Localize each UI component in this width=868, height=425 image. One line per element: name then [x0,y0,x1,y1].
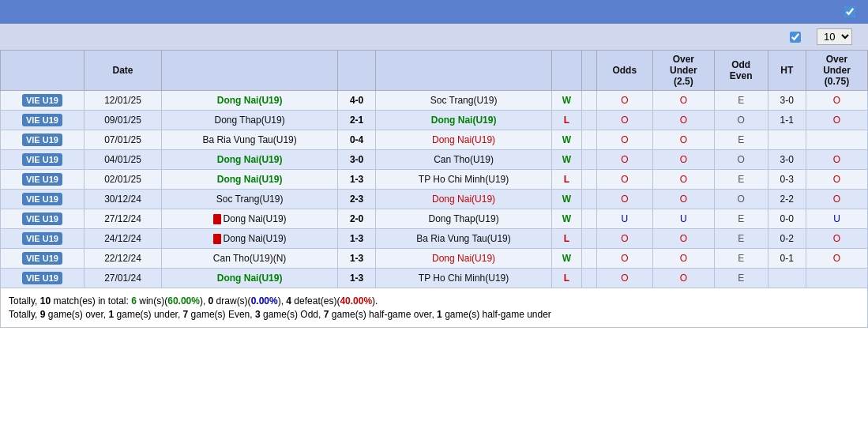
footer-line2: Totally, 9 game(s) over, 1 game(s) under… [9,309,859,320]
team2-name: Can Tho(U19) [434,154,494,165]
odd-even-val: E [738,233,744,244]
wl-badge: W [562,95,571,106]
odds-val: O [621,174,628,185]
score: 2-0 [350,213,363,224]
team1-cell: Dong Nai(U19) [162,269,338,288]
ou-main-val: O [680,253,687,264]
odd-even-val: E [738,95,744,106]
match-badge: VIE U19 [22,212,62,225]
ou-sub-val: U [833,213,840,224]
team2-name: Dong Thap(U19) [428,213,498,224]
wl-badge: W [562,194,571,205]
table-header-row: Date Odds OverUnder(2.5) OddEven HT Over… [1,51,868,91]
league-checkbox[interactable] [790,32,801,43]
ou-main-val: O [680,233,687,244]
score: 3-0 [350,154,363,165]
team2-cell: Can Tho(U19) [376,150,552,170]
team2-name: TP Ho Chi Minh(U19) [419,174,509,185]
score: 2-1 [350,115,363,126]
team1-name: Dong Nai(U19) [217,273,283,284]
score: 2-3 [350,194,363,205]
ou-main-val: O [680,154,687,165]
ou-sub-val: O [833,174,840,185]
wl-badge: L [564,233,569,244]
match-badge: VIE U19 [22,114,62,126]
ou-sub-val: O [833,194,840,205]
team2-cell: Ba Ria Vung Tau(U19) [376,229,552,249]
footer-line1: Totally, 10 match(es) in total: 6 win(s)… [9,295,859,307]
score: 0-4 [350,134,363,145]
team1-name: Dong Nai(U19) [224,233,287,244]
wl-badge: W [562,134,571,145]
match-badge-cell: VIE U19 [1,111,85,130]
odds-val: O [621,134,628,145]
header [0,0,868,24]
col-ou-sub: OverUnder(0.75) [806,51,867,91]
table-row: VIE U1924/12/24Dong Nai(U19)1-3Ba Ria Vu… [1,229,868,249]
match-badge-cell: VIE U19 [1,150,85,170]
hg-over-count: 7 [324,309,329,320]
col-handicap [581,51,596,91]
odd-even-val: E [738,253,744,264]
total-matches: 10 [40,295,51,307]
team1-name: Soc Trang(U19) [216,194,284,205]
ou-sub-val: O [833,115,840,126]
odd-even-val: E [738,134,744,145]
footer: Totally, 10 match(es) in total: 6 win(s)… [0,288,868,328]
match-badge-cell: VIE U19 [1,91,85,111]
display-notes-label[interactable] [844,6,859,17]
wins-pct: 60.00% [167,295,200,307]
header-right [844,6,859,17]
ou-main-val: O [680,194,687,205]
odds-val: U [621,213,628,224]
col-odd-even: OddEven [714,51,768,91]
match-badge: VIE U19 [22,193,62,205]
match-badge-cell: VIE U19 [1,249,85,269]
col-odds: Odds [596,51,652,91]
odd-count: 3 [255,309,261,320]
team2-cell: Dong Nai(U19) [376,111,552,130]
team1-cell: Dong Nai(U19) [162,209,338,229]
team1-cell: Dong Nai(U19) [162,91,338,111]
team2-name: Dong Nai(U19) [432,253,495,264]
col-team2 [376,51,552,91]
under-count: 1 [109,309,115,320]
team1-cell: Ba Ria Vung Tau(U19) [162,130,338,150]
match-badge: VIE U19 [22,272,62,284]
match-badge: VIE U19 [22,94,62,107]
match-badge-cell: VIE U19 [1,170,85,190]
even-count: 7 [183,309,189,320]
wins-count: 6 [131,295,137,307]
odd-even-val: E [738,273,744,284]
odds-val: O [621,253,628,264]
match-badge-cell: VIE U19 [1,209,85,229]
col-team1 [162,51,338,91]
league-filter-label[interactable] [790,32,804,43]
team1-cell: Dong Nai(U19) [162,229,338,249]
odds-val: O [621,194,628,205]
ou-sub-val: O [833,253,840,264]
filter-bar: 10 5 15 20 All [0,24,868,50]
match-badge-cell: VIE U19 [1,269,85,288]
col-wl [551,51,581,91]
wl-badge: L [564,174,569,185]
table-row: VIE U1909/01/25Dong Thap(U19)2-1Dong Nai… [1,111,868,130]
team1-cell: Dong Nai(U19) [162,170,338,190]
odds-val: O [621,233,628,244]
score: 1-3 [350,174,363,185]
match-badge: VIE U19 [22,232,62,245]
scores-table: Date Odds OverUnder(2.5) OddEven HT Over… [0,50,868,288]
match-badge: VIE U19 [22,252,62,265]
defeats-count: 4 [286,295,291,307]
draws-count: 0 [209,295,214,307]
col-result [337,51,375,91]
ou-main-val: O [680,95,687,106]
match-badge: VIE U19 [22,134,62,146]
score: 1-3 [350,253,363,264]
draws-pct: 0.00% [251,295,278,307]
display-notes-checkbox[interactable] [844,6,855,17]
table-row: VIE U1927/01/24Dong Nai(U19)1-3TP Ho Chi… [1,269,868,288]
team1-cell: Can Tho(U19)(N) [162,249,338,269]
ou-sub-val: O [833,95,840,106]
games-select[interactable]: 10 5 15 20 All [817,28,852,45]
